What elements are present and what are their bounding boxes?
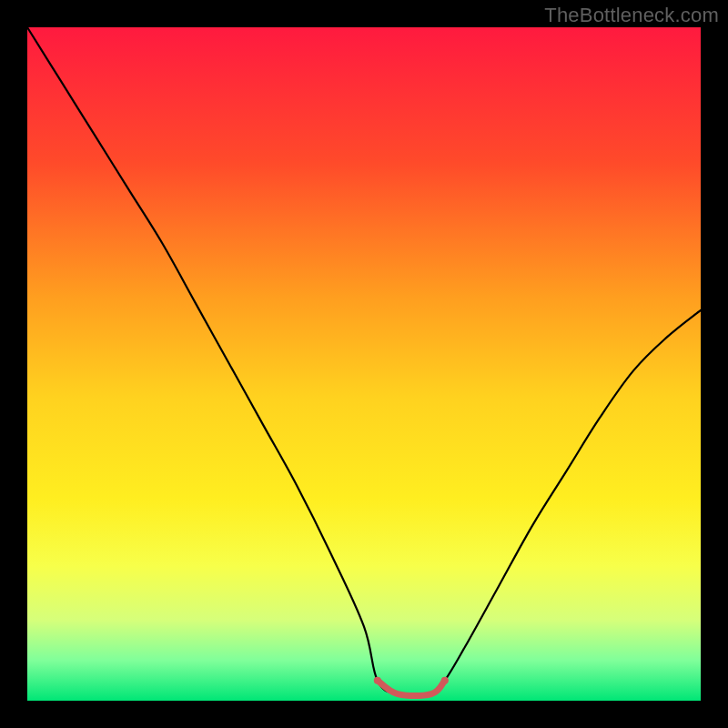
optimal-range-end-dot (441, 677, 449, 684)
watermark-text: TheBottleneck.com (544, 4, 719, 27)
optimal-range-start-dot (374, 677, 381, 684)
chart-svg (0, 0, 728, 728)
chart-plot-area (27, 27, 701, 701)
chart-root: TheBottleneck.com (0, 0, 728, 728)
